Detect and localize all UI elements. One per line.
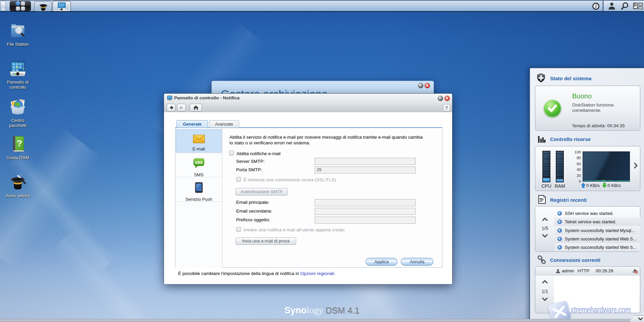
svg-text:SMS: SMS xyxy=(195,160,203,165)
svg-text:?: ? xyxy=(17,138,22,148)
